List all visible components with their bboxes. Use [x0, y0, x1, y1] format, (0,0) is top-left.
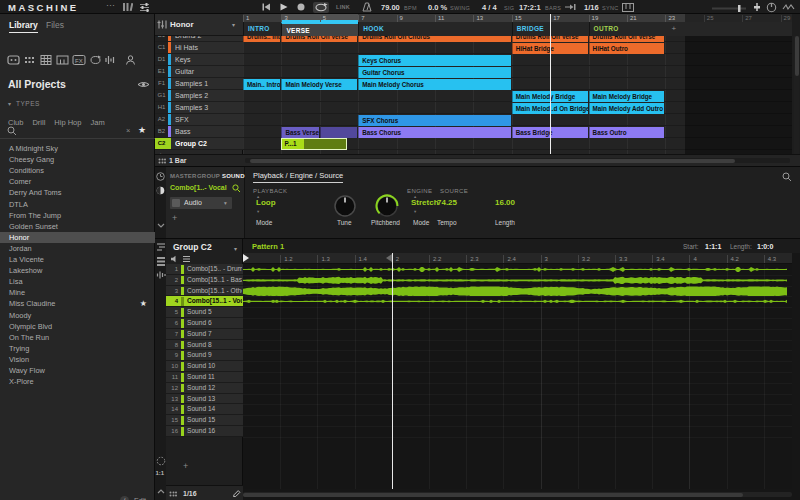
project-item[interactable]: Mine [0, 287, 155, 298]
source-length-value[interactable]: 16.00 [495, 198, 515, 207]
sound-row-10[interactable]: 10Sound 10 [166, 361, 243, 372]
play-button[interactable] [280, 3, 288, 11]
audio-wave-icon[interactable] [156, 270, 166, 280]
clip[interactable]: Bass Outro [589, 127, 665, 138]
clip-selected[interactable]: P...1 [281, 138, 346, 150]
sound-row-9[interactable]: 9Sound 9 [166, 350, 243, 361]
arranger-timeline-body[interactable]: 1357911131517192123252729 INTROVERSEHOOK… [243, 14, 792, 154]
menu-ellipsis-icon[interactable]: ··· [106, 0, 115, 10]
clip[interactable]: HiHat Outro [589, 43, 665, 54]
param-page-breadcrumb[interactable]: Playback / Engine / Source [253, 171, 343, 183]
project-item[interactable]: Honor [0, 232, 155, 243]
favorites-star-icon[interactable]: ★ [138, 125, 146, 135]
project-item[interactable]: From The Jump [0, 210, 155, 221]
arranger-track-D1[interactable]: D1Keys [155, 54, 243, 66]
group-selector-value[interactable]: Honor [170, 20, 194, 29]
plugin-slot[interactable]: Audio ▾ [170, 197, 232, 209]
clip[interactable]: Bass Verse [281, 127, 318, 138]
collapse-chevron-icon[interactable] [157, 223, 165, 228]
loop-icon[interactable] [89, 54, 102, 66]
arranger-hscroll-thumb[interactable] [250, 159, 735, 163]
projects-icon[interactable] [7, 54, 20, 66]
clip[interactable] [320, 127, 357, 138]
audio-files-icon[interactable] [104, 54, 117, 66]
start-value[interactable]: 1:1:1 [705, 243, 721, 250]
project-item[interactable]: Lakeshow [0, 265, 155, 276]
tune-knob[interactable] [332, 193, 358, 219]
section-hook[interactable]: HOOK [358, 22, 512, 36]
record-button[interactable] [297, 3, 305, 11]
search-bar[interactable]: × ★ [0, 123, 155, 139]
tab-master[interactable]: MASTER [170, 173, 197, 179]
clip[interactable]: Main Melody Chorus [358, 79, 511, 90]
project-item[interactable]: Miss Claudine★ [0, 298, 155, 309]
grid-grip-icon[interactable] [169, 491, 177, 497]
project-item[interactable]: DTLA [0, 199, 155, 210]
zoom-1to1-icon[interactable]: 1:1 [156, 470, 165, 476]
info-icon[interactable]: i [120, 496, 129, 500]
pads-icon[interactable] [40, 54, 53, 66]
project-item[interactable]: Derry And Toms [0, 187, 155, 198]
add-section-button[interactable]: + [671, 24, 676, 33]
arranger-vscroll-thumb[interactable] [795, 36, 799, 76]
arranger-hscrollbar[interactable] [245, 158, 790, 163]
sound-row-4[interactable]: 4Combo[15..1 - Vocal [166, 296, 243, 307]
sound-row-1[interactable]: 1Combo[15.. - Drums [166, 264, 243, 275]
eye-icon[interactable] [137, 80, 150, 89]
editor-playhead[interactable] [392, 253, 393, 489]
clock-icon[interactable] [156, 172, 165, 181]
speaker-icon[interactable] [170, 255, 179, 263]
group-selector[interactable]: Honor ▾ [155, 14, 243, 36]
section-outro[interactable]: OUTRO [589, 22, 666, 36]
clear-search-icon[interactable]: × [126, 126, 130, 135]
fx-icon[interactable]: FX [72, 54, 86, 66]
drums-icon[interactable] [24, 54, 37, 66]
add-plugin-button[interactable]: + [172, 213, 177, 223]
restart-button[interactable] [262, 3, 271, 11]
library-stack-icon[interactable] [122, 2, 133, 12]
arranger-track-B2[interactable]: B2Bass [155, 126, 243, 138]
clip[interactable]: Bass Chorus [358, 127, 511, 138]
arranger-track-C1[interactable]: C1Hi Hats [155, 42, 243, 54]
star-icon[interactable]: ★ [140, 298, 147, 309]
clip[interactable]: Drums Roll On Verse [281, 36, 357, 42]
project-item[interactable]: Wavy Flow [0, 365, 155, 376]
ideas-view-icon[interactable] [157, 19, 168, 30]
project-item[interactable]: Lisa [0, 276, 155, 287]
project-item[interactable]: Moody [0, 310, 155, 321]
project-item[interactable]: Comer [0, 176, 155, 187]
clip[interactable]: Drums Roll On Chorus [358, 36, 511, 42]
sync-value[interactable]: 1/16 [584, 3, 599, 12]
project-item[interactable]: On The Run [0, 332, 155, 343]
project-item[interactable]: Vision [0, 354, 155, 365]
pitchbend-knob[interactable] [374, 193, 400, 219]
step-grid-value[interactable]: 1/16 [183, 490, 197, 497]
link-toggle[interactable]: LINK [336, 4, 350, 10]
clip[interactable]: Drums.. Intro [243, 36, 280, 42]
loop-button[interactable] [313, 2, 329, 13]
arranger-view-icon[interactable] [156, 242, 166, 252]
clip[interactable]: Guitar Chorus [358, 67, 511, 78]
sound-row-7[interactable]: 7Sound 7 [166, 329, 243, 340]
clip[interactable]: Main.. Intro [243, 79, 280, 90]
sound-row-8[interactable]: 8Sound 8 [166, 340, 243, 351]
metronome-icon[interactable] [362, 2, 372, 12]
sound-row-13[interactable]: 13Sound 13 [166, 394, 243, 405]
sound-search-icon[interactable] [232, 184, 241, 193]
sound-row-5[interactable]: 5Sound 5 [166, 307, 243, 318]
volume-slider[interactable] [712, 5, 748, 12]
project-item[interactable]: A Midnight Sky [0, 143, 155, 154]
playback-mode-value[interactable]: Loop [256, 198, 276, 207]
length-value[interactable]: 1:0:0 [757, 243, 773, 250]
list-view-icon[interactable] [182, 255, 191, 263]
arranger-track-H1[interactable]: H1Samples 3 [155, 102, 243, 114]
sound-row-2[interactable]: 2Combo[15..1 - Bass [166, 275, 243, 286]
types-collapse-icon[interactable]: ▾ [8, 100, 11, 107]
clip[interactable]: SFX Chorus [358, 115, 511, 126]
clip[interactable]: Main Melody Bridge [589, 91, 665, 102]
sound-row-3[interactable]: 3Combo[15..1 - Other [166, 286, 243, 297]
pencil-icon[interactable] [232, 489, 241, 498]
project-item[interactable]: X-Plore [0, 376, 155, 387]
section-verse[interactable]: VERSE [281, 22, 358, 36]
arranger-bar-ruler[interactable]: 1357911131517192123252729 [243, 14, 792, 22]
